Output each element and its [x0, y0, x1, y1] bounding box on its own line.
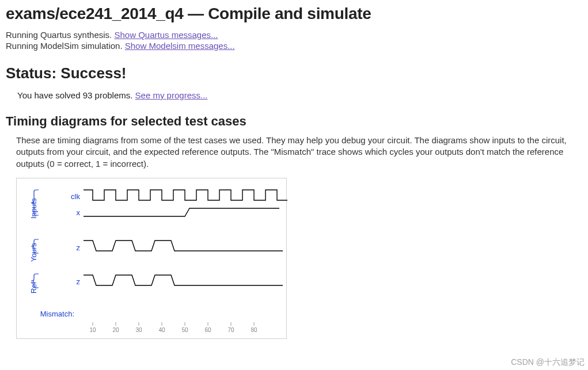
progress-link[interactable]: See my progress... [135, 90, 208, 100]
modelsim-status-text: Running ModelSim simulation. [6, 41, 125, 51]
timing-heading: Timing diagrams for selected test cases [6, 114, 582, 129]
quartus-status-line: Running Quartus synthesis. Show Quartus … [6, 30, 582, 40]
modelsim-status-line: Running ModelSim simulation. Show Models… [6, 41, 582, 51]
modelsim-messages-link[interactable]: Show Modelsim messages... [125, 41, 235, 51]
quartus-messages-link[interactable]: Show Quartus messages... [114, 30, 218, 40]
timing-description: These are timing diagrams from some of t… [16, 135, 581, 170]
solved-count: 93 [83, 90, 93, 100]
page-title: exams/ece241_2014_q4 — Compile and simul… [6, 5, 582, 23]
solved-line: You have solved 93 problems. See my prog… [17, 90, 582, 100]
solved-prefix: You have solved [17, 90, 83, 100]
timing-diagram: Inputs Yours Ref clk x z z Mismatch: 10 … [16, 178, 287, 339]
quartus-status-text: Running Quartus synthesis. [6, 30, 114, 40]
timing-svg [17, 178, 287, 340]
solved-suffix: problems. [92, 90, 135, 100]
status-heading: Status: Success! [6, 64, 582, 82]
